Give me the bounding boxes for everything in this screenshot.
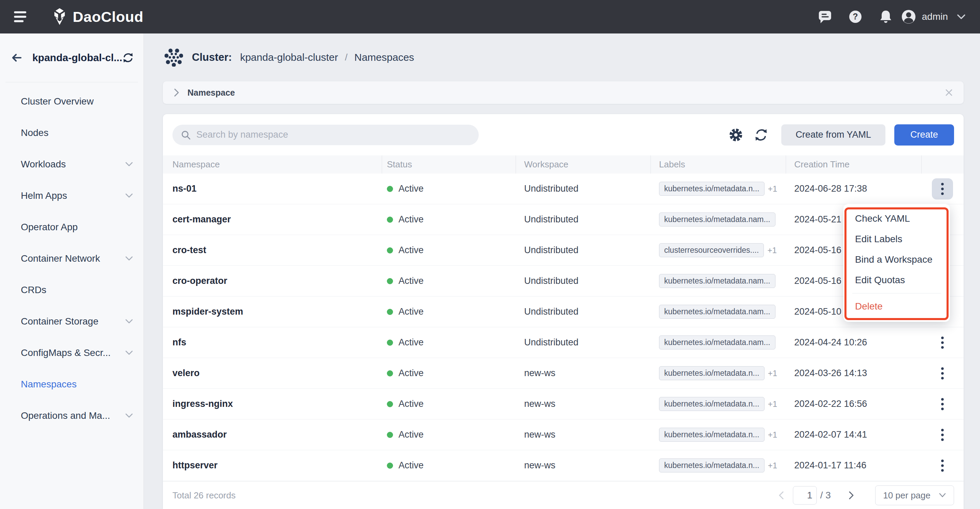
sidebar-menu: Cluster Overview Nodes: [0, 82, 143, 431]
help-icon[interactable]: ?: [848, 9, 863, 24]
chevron-down-icon: [125, 413, 133, 418]
row-actions-kebab-icon[interactable]: [932, 424, 953, 445]
status-text: Active: [398, 399, 424, 409]
sidebar-header: kpanda-global-cl...: [0, 34, 143, 82]
context-menu-item-bind-a-workspace[interactable]: Bind a Workspace: [843, 249, 950, 270]
labels-cell: kubernetes.io/metadata.nam...: [651, 335, 786, 349]
chevron-down-icon: [125, 350, 133, 356]
row-actions-kebab-icon[interactable]: [932, 332, 953, 353]
namespace-name: httpserver: [163, 460, 382, 471]
search-box[interactable]: [172, 125, 479, 145]
context-menu-item-edit-labels[interactable]: Edit Labels: [843, 229, 950, 249]
status-text: Active: [398, 245, 424, 255]
column-header-workspace: Workspace: [516, 155, 651, 174]
close-icon[interactable]: [945, 88, 953, 97]
labels-cell: kubernetes.io/metadata.nam...: [651, 305, 786, 319]
notifications-bell-icon[interactable]: [878, 9, 893, 24]
cluster-icon: [165, 48, 183, 67]
workspace-cell: Undistributed: [516, 276, 651, 286]
sidebar-item-container-network[interactable]: Container Network: [0, 243, 143, 274]
label-chip: kubernetes.io/metadata.n...: [659, 458, 765, 472]
namespace-banner[interactable]: Namespace: [163, 81, 964, 104]
row-actions-kebab-icon[interactable]: [932, 455, 953, 476]
sidebar-item-cluster-overview[interactable]: Cluster Overview: [0, 86, 143, 117]
label-chip: kubernetes.io/metadata.n...: [659, 397, 765, 411]
sidebar-item-operations-and-ma[interactable]: Operations and Ma...: [0, 400, 143, 431]
status-dot: [387, 309, 393, 315]
switch-cluster-icon[interactable]: [122, 52, 134, 63]
sidebar-item-crds[interactable]: CRDs: [0, 274, 143, 306]
per-page-value: 10 per page: [883, 490, 931, 501]
search-input[interactable]: [196, 129, 471, 140]
back-arrow-icon[interactable]: [11, 53, 22, 62]
actions-cell: [922, 363, 963, 384]
sidebar-item-container-storage[interactable]: Container Storage: [0, 306, 143, 337]
status-dot: [387, 340, 393, 346]
sidebar-item-operator-app[interactable]: Operator App: [0, 211, 143, 243]
hamburger-menu-icon[interactable]: [14, 9, 28, 25]
status-text: Active: [398, 276, 424, 286]
brand-name: DaoCloud: [73, 8, 143, 25]
sidebar-item-configmaps-secr[interactable]: ConfigMaps & Secr...: [0, 337, 143, 369]
messages-icon[interactable]: [818, 9, 832, 24]
table-row: ns-01 Active Undistributed kubernetes.io…: [163, 174, 964, 204]
label-more-count: +1: [768, 399, 777, 409]
status-cell: Active: [382, 460, 516, 471]
page-root: DaoCloud ?: [0, 0, 980, 509]
status-cell: Active: [382, 306, 516, 317]
context-menu-item-edit-quotas[interactable]: Edit Quotas: [843, 270, 950, 290]
sidebar-item-workloads[interactable]: Workloads: [0, 148, 143, 180]
label-chip: kubernetes.io/metadata.nam...: [659, 212, 775, 227]
table-toolbar: Create from YAML Create: [163, 114, 964, 155]
settings-gear-icon[interactable]: [728, 127, 744, 143]
row-actions-kebab-icon[interactable]: [932, 363, 953, 384]
chevron-right-icon: [173, 88, 180, 97]
workspace-cell: Undistributed: [516, 306, 651, 317]
breadcrumb-current: Namespaces: [355, 51, 414, 63]
context-menu-item-check-yaml[interactable]: Check YAML: [843, 208, 950, 229]
status-cell: Active: [382, 214, 516, 225]
sidebar-item-helm-apps[interactable]: Helm Apps: [0, 180, 143, 211]
row-actions-kebab-icon[interactable]: [932, 394, 953, 415]
label-chip: kubernetes.io/metadata.n...: [659, 366, 765, 380]
chevron-down-icon: [125, 256, 133, 261]
sidebar-item-namespaces[interactable]: Namespaces: [0, 369, 143, 400]
namespace-name: velero: [163, 368, 382, 378]
table-row: ingress-nginx Active new-ws kubernetes.i…: [163, 389, 964, 420]
context-menu-divider: [852, 293, 941, 294]
status-cell: Active: [382, 276, 516, 286]
actions-cell: [922, 178, 963, 199]
next-page-icon[interactable]: [845, 488, 858, 502]
breadcrumb: Cluster: kpanda-global-cluster / Namespa…: [144, 34, 980, 81]
status-text: Active: [398, 337, 424, 348]
status-dot: [387, 401, 393, 407]
row-actions-kebab-icon[interactable]: [932, 178, 953, 199]
toolbar-actions: Create from YAML Create: [718, 124, 954, 145]
workspace-cell: new-ws: [516, 368, 651, 378]
page-number-input[interactable]: [793, 486, 817, 504]
refresh-icon[interactable]: [753, 127, 769, 143]
user-menu[interactable]: admin: [901, 9, 966, 25]
label-more-count: +1: [768, 184, 777, 194]
column-header-actions: [922, 155, 963, 174]
status-dot: [387, 370, 393, 377]
context-menu-item-delete[interactable]: Delete: [843, 296, 950, 317]
status-cell: Active: [382, 245, 516, 255]
create-from-yaml-button[interactable]: Create from YAML: [781, 124, 885, 145]
chevron-down-icon: [125, 161, 133, 167]
actions-cell: [922, 332, 963, 353]
status-dot: [387, 217, 393, 223]
per-page-select[interactable]: 10 per page: [875, 485, 954, 505]
topbar-actions: ? admin: [802, 9, 966, 25]
row-context-menu: Check YAML Edit Labels Bind a Workspace …: [843, 204, 950, 322]
labels-cell: kubernetes.io/metadata.n... +1: [651, 182, 786, 196]
sidebar-item-nodes[interactable]: Nodes: [0, 117, 143, 148]
actions-cell: [922, 394, 963, 415]
creation-time: 2024-01-17 11:46: [786, 460, 922, 471]
create-button[interactable]: Create: [894, 124, 954, 145]
namespace-name: nfs: [163, 337, 382, 348]
breadcrumb-cluster[interactable]: kpanda-global-cluster: [240, 51, 338, 63]
prev-page-icon[interactable]: [775, 488, 788, 502]
top-bar: DaoCloud ?: [0, 0, 980, 34]
creation-time: 2024-02-07 14:41: [786, 429, 922, 440]
